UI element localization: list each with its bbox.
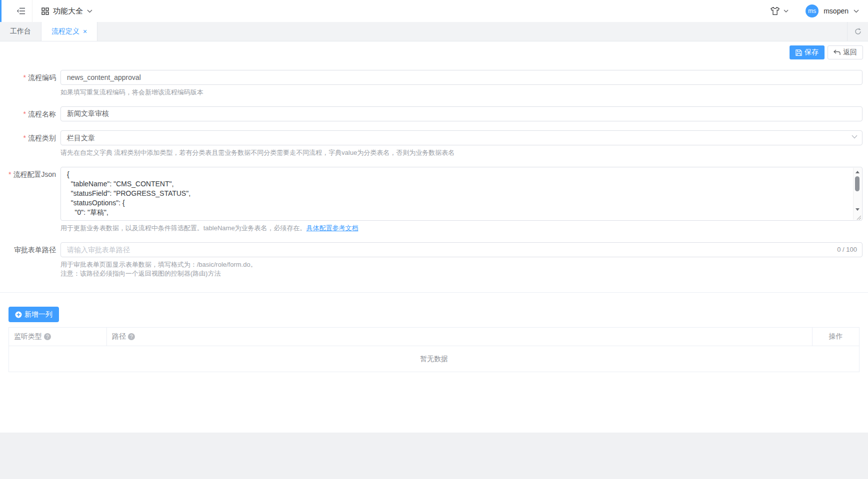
chevron-down-icon bbox=[87, 9, 92, 13]
chevron-down-icon bbox=[784, 9, 789, 12]
form-toolbar: 保存 返回 bbox=[0, 41, 868, 59]
table-empty-state: 暂无数据 bbox=[9, 346, 859, 372]
required-mark: * bbox=[23, 73, 26, 81]
field-process-config-json: *流程配置Json { "tableName": "CMS_CONTENT", … bbox=[0, 167, 868, 233]
chevron-down-icon bbox=[852, 135, 858, 139]
field-label: *流程配置Json bbox=[0, 167, 56, 182]
field-process-category: *流程类别 栏目文章 请先在自定义字典 流程类别中添加类型，若有分类表且需业务数… bbox=[0, 130, 868, 158]
tab-process-definition[interactable]: 流程定义 × bbox=[41, 22, 97, 41]
page-background bbox=[0, 433, 868, 479]
scroll-down-arrow[interactable] bbox=[854, 206, 862, 213]
avatar[interactable]: ms bbox=[806, 4, 819, 17]
help-icon[interactable]: ? bbox=[44, 333, 51, 340]
resize-handle[interactable] bbox=[856, 215, 861, 220]
back-button-label: 返回 bbox=[843, 48, 857, 57]
config-help-text: 用于更新业务表数据，以及流程中条件筛选配置。tableName为业务表名，必须存… bbox=[60, 224, 306, 232]
user-menu-chevron-icon[interactable] bbox=[854, 9, 859, 13]
field-process-name: *流程名称 bbox=[0, 106, 868, 121]
add-row-button[interactable]: 新增一列 bbox=[8, 307, 59, 322]
field-help-text: 请先在自定义字典 流程类别中添加类型，若有分类表且需业务数据不同分类需要走不同流… bbox=[60, 148, 863, 158]
approval-form-path-input[interactable] bbox=[60, 242, 863, 257]
column-header-listener-type: 监听类型 ? bbox=[9, 328, 107, 346]
tab-label: 工作台 bbox=[10, 27, 31, 36]
app-menu-dropdown[interactable]: 功能大全 bbox=[32, 0, 99, 22]
listeners-section: 新增一列 监听类型 ? 路径 ? 操作 暂无数据 bbox=[0, 293, 868, 372]
save-button[interactable]: 保存 bbox=[790, 45, 825, 59]
tab-label: 流程定义 bbox=[51, 27, 79, 36]
required-mark: * bbox=[23, 110, 26, 118]
field-approval-form-path: 审批表单路径 0 / 100 用于审批表单页面显示表单数据，填写格式为：/bas… bbox=[0, 242, 868, 279]
add-row-button-label: 新增一列 bbox=[24, 310, 52, 319]
field-process-code: *流程编码 如果填写重复流程编码，将会新增该流程编码版本 bbox=[0, 70, 868, 97]
menu-fold-button[interactable] bbox=[10, 0, 32, 22]
process-name-input[interactable] bbox=[60, 106, 863, 121]
process-config-textarea[interactable]: { "tableName": "CMS_CONTENT", "statusFie… bbox=[60, 167, 863, 221]
theme-dropdown[interactable] bbox=[770, 6, 789, 15]
help-line-2: 注意：该路径必须指向一个返回视图的控制器(路由)方法 bbox=[60, 269, 863, 279]
select-value: 栏目文章 bbox=[60, 130, 863, 145]
back-icon bbox=[834, 49, 841, 55]
tab-bar: 工作台 流程定义 × bbox=[0, 22, 868, 41]
help-line-1: 用于审批表单页面显示表单数据，填写格式为：/basic/role/form.do… bbox=[60, 260, 863, 270]
scrollbar-thumb[interactable] bbox=[855, 176, 860, 191]
config-doc-link[interactable]: 具体配置参考文档 bbox=[306, 224, 358, 232]
char-counter: 0 / 100 bbox=[837, 242, 857, 257]
close-tab-icon[interactable]: × bbox=[83, 28, 87, 35]
textarea-content[interactable]: { "tableName": "CMS_CONTENT", "statusFie… bbox=[61, 167, 853, 220]
field-help-text: 用于审批表单页面显示表单数据，填写格式为：/basic/role/form.do… bbox=[60, 260, 863, 279]
process-form: *流程编码 如果填写重复流程编码，将会新增该流程编码版本 *流程名称 *流程类别 bbox=[0, 70, 868, 279]
process-code-input[interactable] bbox=[60, 70, 863, 85]
grid-icon bbox=[41, 7, 49, 15]
field-label: *流程名称 bbox=[0, 106, 56, 121]
field-label: 审批表单路径 bbox=[0, 242, 56, 257]
help-icon[interactable]: ? bbox=[128, 333, 135, 340]
circle-plus-icon bbox=[15, 311, 22, 318]
refresh-icon bbox=[855, 28, 862, 35]
field-help-text: 用于更新业务表数据，以及流程中条件筛选配置。tableName为业务表名，必须存… bbox=[60, 224, 863, 233]
main-content: 保存 返回 *流程编码 如果填写重复流程编码，将会新增该流程编码版本 bbox=[0, 41, 868, 433]
back-button[interactable]: 返回 bbox=[828, 45, 863, 59]
column-header-path: 路径 ? bbox=[107, 328, 813, 346]
save-icon bbox=[796, 49, 802, 56]
listeners-table: 监听类型 ? 路径 ? 操作 暂无数据 bbox=[8, 327, 860, 372]
field-label: *流程编码 bbox=[0, 70, 56, 85]
required-mark: * bbox=[23, 134, 26, 142]
field-help-text: 如果填写重复流程编码，将会新增该流程编码版本 bbox=[60, 88, 863, 97]
required-mark: * bbox=[8, 170, 11, 178]
scroll-up-arrow[interactable] bbox=[854, 168, 862, 176]
tshirt-icon bbox=[770, 6, 780, 15]
username: msopen bbox=[824, 7, 849, 15]
refresh-tab-button[interactable] bbox=[847, 22, 868, 41]
tab-workbench[interactable]: 工作台 bbox=[0, 22, 41, 41]
collapsed-sidebar-strip bbox=[0, 0, 1, 22]
top-header: 功能大全 ms msopen bbox=[0, 0, 868, 22]
save-button-label: 保存 bbox=[805, 48, 819, 57]
table-header-row: 监听类型 ? 路径 ? 操作 bbox=[9, 328, 859, 346]
app-menu-label: 功能大全 bbox=[53, 6, 83, 16]
field-label: *流程类别 bbox=[0, 130, 56, 145]
textarea-scrollbar[interactable] bbox=[853, 168, 862, 220]
process-category-select[interactable]: 栏目文章 bbox=[60, 130, 863, 145]
column-header-actions: 操作 bbox=[813, 328, 859, 346]
menu-fold-icon bbox=[17, 7, 25, 14]
